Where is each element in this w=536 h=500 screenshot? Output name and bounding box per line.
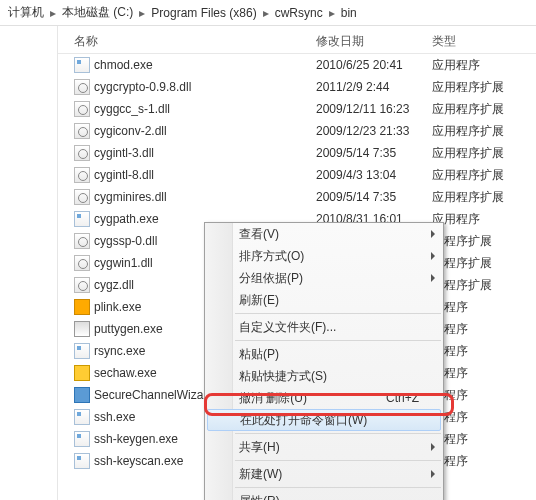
- file-icon: [74, 387, 90, 403]
- file-type: 应用程序扩展: [424, 123, 514, 140]
- chevron-right-icon: ▸: [261, 6, 271, 20]
- file-name: cygpath.exe: [94, 212, 159, 226]
- file-row[interactable]: cygminires.dll2009/5/14 7:35应用程序扩展: [58, 186, 536, 208]
- menu-new[interactable]: 新建(W): [205, 463, 443, 485]
- file-row[interactable]: cygintl-8.dll2009/4/3 13:04应用程序扩展: [58, 164, 536, 186]
- menu-undo-key: Ctrl+Z: [386, 391, 419, 405]
- file-name: ssh.exe: [94, 410, 135, 424]
- chevron-right-icon: [431, 443, 435, 451]
- chevron-right-icon: [431, 470, 435, 478]
- file-icon: [74, 255, 90, 271]
- file-name: cygminires.dll: [94, 190, 167, 204]
- file-icon: [74, 101, 90, 117]
- file-date: 2009/5/14 7:35: [308, 190, 424, 204]
- file-icon: [74, 145, 90, 161]
- menu-refresh[interactable]: 刷新(E): [205, 289, 443, 311]
- menu-undo[interactable]: 撤消 删除(U)Ctrl+Z: [205, 387, 443, 409]
- file-icon: [74, 189, 90, 205]
- file-name: sechaw.exe: [94, 366, 157, 380]
- menu-separator: [235, 487, 441, 488]
- bc-4[interactable]: bin: [337, 4, 361, 22]
- chevron-right-icon: [431, 252, 435, 260]
- file-name: cygintl-8.dll: [94, 168, 154, 182]
- file-name: cygcrypto-0.9.8.dll: [94, 80, 191, 94]
- file-row[interactable]: cyggcc_s-1.dll2009/12/11 16:23应用程序扩展: [58, 98, 536, 120]
- file-row[interactable]: chmod.exe2010/6/25 20:41应用程序: [58, 54, 536, 76]
- file-icon: [74, 57, 90, 73]
- file-name: cygz.dll: [94, 278, 134, 292]
- menu-refresh-label: 刷新(E): [239, 292, 279, 309]
- file-row[interactable]: cygcrypto-0.9.8.dll2011/2/9 2:44应用程序扩展: [58, 76, 536, 98]
- menu-paste-shortcut-label: 粘贴快捷方式(S): [239, 368, 327, 385]
- file-name: cygintl-3.dll: [94, 146, 154, 160]
- menu-group-label: 分组依据(P): [239, 270, 303, 287]
- nav-tree[interactable]: [0, 26, 58, 500]
- file-date: 2010/6/25 20:41: [308, 58, 424, 72]
- menu-separator: [235, 433, 441, 434]
- menu-separator: [235, 313, 441, 314]
- bc-1[interactable]: 本地磁盘 (C:): [58, 2, 137, 23]
- file-date: 2009/12/11 16:23: [308, 102, 424, 116]
- file-name: SecureChannelWizar: [94, 388, 207, 402]
- file-row[interactable]: cygintl-3.dll2009/5/14 7:35应用程序扩展: [58, 142, 536, 164]
- file-type: 应用程序: [424, 57, 514, 74]
- menu-group[interactable]: 分组依据(P): [205, 267, 443, 289]
- file-name: plink.exe: [94, 300, 141, 314]
- menu-share-label: 共享(H): [239, 439, 280, 456]
- file-row[interactable]: cygiconv-2.dll2009/12/23 21:33应用程序扩展: [58, 120, 536, 142]
- file-type: 应用程序扩展: [424, 167, 514, 184]
- menu-share[interactable]: 共享(H): [205, 436, 443, 458]
- bc-3[interactable]: cwRsync: [271, 4, 327, 22]
- col-date[interactable]: 修改日期: [308, 33, 424, 50]
- menu-open-cmd[interactable]: 在此处打开命令窗口(W): [207, 409, 441, 431]
- menu-sort[interactable]: 排序方式(O): [205, 245, 443, 267]
- menu-paste: 粘贴(P): [205, 343, 443, 365]
- chevron-right-icon: ▸: [137, 6, 147, 20]
- menu-separator: [235, 460, 441, 461]
- menu-customize[interactable]: 自定义文件夹(F)...: [205, 316, 443, 338]
- menu-properties[interactable]: 属性(R): [205, 490, 443, 500]
- col-type[interactable]: 类型: [424, 33, 514, 50]
- file-icon: [74, 321, 90, 337]
- file-icon: [74, 123, 90, 139]
- file-date: 2009/4/3 13:04: [308, 168, 424, 182]
- menu-view[interactable]: 查看(V): [205, 223, 443, 245]
- file-date: 2009/5/14 7:35: [308, 146, 424, 160]
- file-name: ssh-keyscan.exe: [94, 454, 183, 468]
- file-icon: [74, 211, 90, 227]
- context-menu: 查看(V) 排序方式(O) 分组依据(P) 刷新(E) 自定义文件夹(F)...…: [204, 222, 444, 500]
- file-name: rsync.exe: [94, 344, 145, 358]
- file-icon: [74, 365, 90, 381]
- file-name: cygiconv-2.dll: [94, 124, 167, 138]
- menu-separator: [235, 340, 441, 341]
- file-name: ssh-keygen.exe: [94, 432, 178, 446]
- breadcrumb[interactable]: 计算机▸ 本地磁盘 (C:)▸ Program Files (x86)▸ cwR…: [0, 0, 536, 26]
- chevron-right-icon: [431, 230, 435, 238]
- file-icon: [74, 343, 90, 359]
- col-name[interactable]: 名称: [58, 33, 308, 50]
- file-icon: [74, 409, 90, 425]
- menu-new-label: 新建(W): [239, 466, 282, 483]
- bc-0[interactable]: 计算机: [4, 2, 48, 23]
- file-type: 应用程序扩展: [424, 145, 514, 162]
- chevron-right-icon: ▸: [327, 6, 337, 20]
- file-icon: [74, 431, 90, 447]
- menu-paste-shortcut: 粘贴快捷方式(S): [205, 365, 443, 387]
- menu-customize-label: 自定义文件夹(F)...: [239, 319, 336, 336]
- file-name: cygssp-0.dll: [94, 234, 157, 248]
- file-date: 2009/12/23 21:33: [308, 124, 424, 138]
- file-icon: [74, 167, 90, 183]
- column-headers: 名称 修改日期 类型: [58, 30, 536, 54]
- file-type: 应用程序扩展: [424, 79, 514, 96]
- file-type: 应用程序扩展: [424, 101, 514, 118]
- bc-2[interactable]: Program Files (x86): [147, 4, 260, 22]
- file-type: 应用程序扩展: [424, 189, 514, 206]
- menu-undo-label: 撤消 删除(U): [239, 390, 307, 407]
- chevron-right-icon: ▸: [48, 6, 58, 20]
- file-date: 2011/2/9 2:44: [308, 80, 424, 94]
- file-name: cyggcc_s-1.dll: [94, 102, 170, 116]
- file-name: puttygen.exe: [94, 322, 163, 336]
- menu-sort-label: 排序方式(O): [239, 248, 304, 265]
- file-icon: [74, 277, 90, 293]
- menu-paste-label: 粘贴(P): [239, 346, 279, 363]
